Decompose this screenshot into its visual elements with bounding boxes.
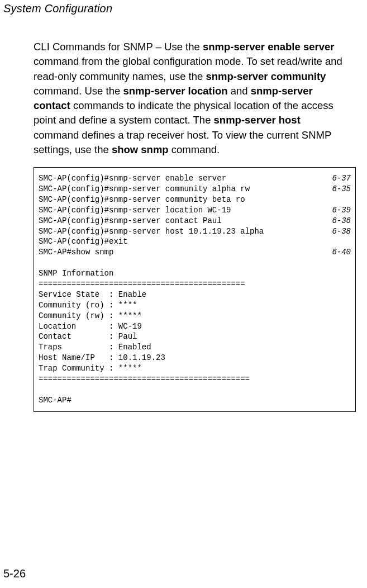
cli-text: Contact : Paul [39,331,137,342]
cli-line: SNMP Information [39,268,351,279]
cli-line: SMC-AP(config)#snmp-server location WC-1… [39,205,351,216]
cli-page-ref: 6-37 [332,173,351,184]
bold-segment: show snmp [112,144,169,155]
cli-text [39,385,43,395]
cli-text: Location : WC-19 [39,321,142,332]
bold-segment: snmp-server community [206,70,326,82]
cli-page-ref: 6-36 [332,216,351,226]
cli-line [39,385,351,395]
cli-line: Community (rw) : ***** [39,311,351,321]
cli-text: SMC-AP(config)#snmp-server enable server [39,173,226,184]
cli-text: SMC-AP(config)#snmp-server community bet… [39,195,245,205]
cli-line: SMC-AP#show snmp6-40 [39,247,351,258]
cli-line: SMC-AP(config)#snmp-server contact Paul6… [39,216,351,226]
cli-line: Host Name/IP : 10.1.19.23 [39,353,351,363]
cli-text: SMC-AP# [39,395,72,406]
running-head: System Configuration [3,2,367,15]
cli-output-box: SMC-AP(config)#snmp-server enable server… [34,167,356,412]
text-segment: command. [169,144,220,155]
cli-text: SMC-AP(config)#exit [39,236,128,247]
cli-text: ========================================… [39,279,245,290]
cli-text: Community (rw) : ***** [39,311,142,321]
cli-line: Community (ro) : **** [39,300,351,311]
cli-page-ref: 6-39 [332,205,351,216]
cli-text: SNMP Information [39,268,113,279]
cli-text: SMC-AP(config)#snmp-server community alp… [39,184,250,195]
cli-text [39,258,43,268]
cli-text: SMC-AP(config)#snmp-server location WC-1… [39,205,231,216]
cli-text: Service State : Enable [39,290,146,300]
bold-segment: snmp-server location [123,85,227,97]
cli-text: Trap Community : ***** [39,363,142,374]
cli-line: SMC-AP(config)#snmp-server host 10.1.19.… [39,226,351,237]
cli-page-ref: 6-35 [332,184,351,195]
cli-text: Traps : Enabled [39,342,151,353]
cli-text: Community (ro) : **** [39,300,137,311]
cli-line: SMC-AP# [39,395,351,406]
cli-text: SMC-AP(config)#snmp-server contact Paul [39,216,222,226]
cli-line: SMC-AP(config)#snmp-server community bet… [39,195,351,205]
cli-line: Service State : Enable [39,290,351,300]
cli-line [39,258,351,268]
cli-line: SMC-AP(config)#exit [39,236,351,247]
bold-segment: snmp-server host [214,114,301,126]
cli-line: Location : WC-19 [39,321,351,332]
body-paragraph: CLI Commands for SNMP – Use the snmp-ser… [34,40,345,157]
cli-page-ref: 6-38 [332,226,351,237]
page-number: 5-26 [3,567,26,580]
cli-line: SMC-AP(config)#snmp-server enable server… [39,173,351,184]
cli-line: Trap Community : ***** [39,363,351,374]
text-segment: and [228,85,251,97]
cli-text: ========================================… [39,374,250,385]
cli-line: ========================================… [39,279,351,290]
cli-text: SMC-AP#show snmp [39,247,113,258]
cli-line: Contact : Paul [39,331,351,342]
text-segment: command. Use the [34,85,123,97]
text-segment: CLI Commands for SNMP – Use the [34,41,203,53]
cli-text: Host Name/IP : 10.1.19.23 [39,353,165,363]
cli-text: SMC-AP(config)#snmp-server host 10.1.19.… [39,226,264,237]
bold-segment: snmp-server enable server [203,41,335,53]
page: System Configuration CLI Commands for SN… [0,2,367,588]
cli-line: ========================================… [39,374,351,385]
cli-line: SMC-AP(config)#snmp-server community alp… [39,184,351,195]
cli-line: Traps : Enabled [39,342,351,353]
cli-page-ref: 6-40 [332,247,351,258]
